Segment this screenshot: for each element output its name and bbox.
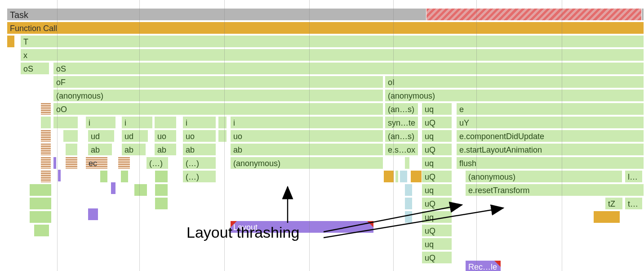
flame-layout[interactable] [53, 157, 57, 169]
flame-entry[interactable]: i [182, 116, 216, 129]
flame-entry[interactable]: ec [85, 157, 108, 169]
flame-entry[interactable]: uY [456, 116, 644, 129]
flame-function-call[interactable]: Function Call [7, 22, 644, 34]
flame-entry[interactable]: syn…te [385, 116, 418, 129]
flame-entry[interactable] [218, 130, 227, 142]
flame-entry[interactable]: ud [88, 130, 115, 142]
flame-entry[interactable]: tZ [605, 197, 623, 210]
flame-entry[interactable]: (an…s) [385, 103, 418, 115]
flame-entry[interactable]: (anonymous) [465, 170, 622, 183]
flame-entry[interactable] [7, 35, 15, 48]
flame-entry[interactable] [154, 116, 177, 129]
flame-entry[interactable]: (…) [182, 157, 216, 169]
flame-chart[interactable]: Task Function Call T x oS oS oF oI (anon… [0, 0, 644, 271]
flame-entry[interactable] [118, 157, 130, 169]
flame-entry[interactable]: ab [182, 143, 216, 156]
flame-entry[interactable]: i [85, 116, 116, 129]
flame-entry[interactable] [593, 211, 620, 223]
flame-entry[interactable]: e.startLayoutAnimation [456, 143, 644, 156]
flame-entry[interactable]: e.s…ox [385, 143, 418, 156]
flame-entry[interactable] [155, 170, 168, 183]
time-gridline [562, 0, 562, 271]
flame-entry[interactable]: i [230, 116, 383, 129]
flame-recalc-style[interactable]: Rec…le [465, 260, 501, 271]
flame-entry[interactable]: (anonymous) [230, 157, 383, 169]
flame-entry[interactable]: uQ [422, 251, 452, 264]
flame-entry-paint[interactable] [404, 197, 413, 210]
flame-entry[interactable]: oS [53, 62, 644, 75]
flame-entry[interactable]: (anonymous) [385, 89, 644, 102]
flame-entry[interactable]: ab [88, 143, 112, 156]
flame-entry[interactable]: oO [53, 103, 383, 115]
flame-entry[interactable]: oF [53, 76, 383, 88]
flame-entry[interactable]: uq [422, 157, 452, 169]
flame-entry[interactable] [29, 211, 52, 223]
flame-entry[interactable]: (…) [146, 157, 169, 169]
flame-entry[interactable]: (anonymous) [53, 89, 383, 102]
flame-entry[interactable]: uq [422, 211, 452, 223]
time-gridline [309, 0, 310, 271]
flame-entry[interactable]: flush [456, 157, 644, 169]
flame-entry-paint[interactable] [404, 184, 413, 196]
flame-entry[interactable] [404, 157, 410, 169]
flame-entry-paint[interactable] [404, 211, 413, 223]
flame-entry[interactable] [40, 103, 51, 115]
flame-entry[interactable]: ab [121, 143, 146, 156]
flame-entry[interactable]: uQ [422, 116, 452, 129]
flame-entry[interactable] [63, 130, 78, 142]
flame-entry[interactable]: oS [20, 62, 49, 75]
flame-entry[interactable] [155, 184, 168, 196]
flame-entry[interactable] [65, 157, 78, 169]
flame-entry[interactable]: ab [154, 143, 177, 156]
flame-entry[interactable] [383, 170, 394, 183]
flame-entry[interactable] [40, 157, 51, 169]
flame-entry[interactable]: i [121, 116, 153, 129]
flame-entry[interactable]: uQ [422, 224, 452, 237]
flame-entry[interactable] [29, 184, 52, 196]
flame-entry[interactable]: e.componentDidUpdate [456, 130, 644, 142]
flame-entry[interactable] [155, 197, 168, 210]
flame-entry[interactable] [34, 224, 49, 237]
flame-entry[interactable] [120, 170, 129, 183]
flame-entry[interactable] [29, 197, 52, 210]
flame-entry[interactable]: t… [625, 197, 643, 210]
flame-entry-paint[interactable] [400, 170, 408, 183]
flame-entry[interactable]: uQ [422, 197, 452, 210]
flame-entry[interactable]: uq [422, 130, 452, 142]
flame-entry[interactable]: ud [121, 130, 148, 142]
flame-entry[interactable]: x [20, 49, 644, 61]
flame-entry[interactable] [40, 130, 51, 142]
flame-entry[interactable]: uo [154, 130, 177, 142]
flame-entry[interactable]: uo [230, 130, 383, 142]
flame-entry[interactable]: e [456, 103, 644, 115]
flame-entry[interactable] [134, 184, 147, 196]
flame-entry[interactable]: l… [625, 170, 643, 183]
flame-entry[interactable] [218, 116, 227, 129]
flame-layout[interactable] [58, 169, 61, 182]
flame-entry[interactable]: e.resetTransform [465, 184, 644, 196]
flame-entry[interactable]: (…) [182, 170, 216, 183]
flame-entry[interactable] [395, 170, 399, 183]
flame-entry[interactable]: uq [422, 103, 452, 115]
flame-entry[interactable] [40, 170, 51, 183]
time-gridline [57, 0, 58, 271]
flame-entry[interactable]: uq [422, 184, 452, 196]
time-gridline [476, 0, 477, 271]
flame-entry[interactable]: (an…s) [385, 130, 418, 142]
flame-entry[interactable]: ab [230, 143, 383, 156]
flame-task-long[interactable] [426, 8, 642, 21]
flame-entry[interactable]: uo [182, 130, 216, 142]
flame-layout[interactable] [111, 182, 116, 194]
flame-entry[interactable]: oI [385, 76, 644, 88]
flame-entry[interactable] [100, 170, 108, 183]
flame-layout[interactable]: Layout [230, 221, 374, 233]
flame-entry[interactable]: T [20, 35, 644, 48]
time-gridline [393, 0, 394, 271]
flame-entry[interactable] [40, 143, 51, 156]
flame-entry[interactable] [40, 116, 51, 129]
flame-layout[interactable] [88, 208, 98, 221]
flame-entry[interactable]: uQ [422, 143, 452, 156]
flame-entry[interactable]: uQ [422, 170, 452, 183]
flame-entry[interactable]: uq [422, 238, 452, 250]
flame-entry[interactable] [65, 143, 78, 156]
